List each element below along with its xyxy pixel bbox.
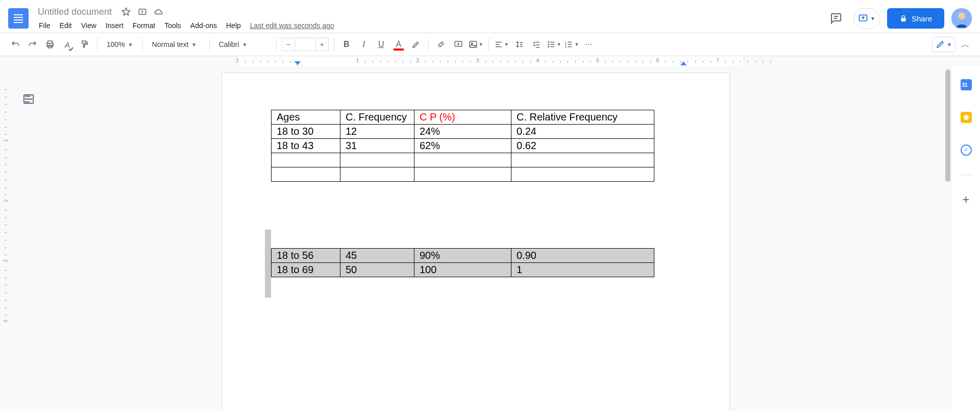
menu-insert[interactable]: Insert [102,19,128,32]
cell-cp[interactable]: 100 [414,263,511,277]
table-row[interactable]: 18 to 56 45 90% 0.90 [272,249,654,263]
cell-ages[interactable]: 18 to 30 [272,125,340,139]
frequency-table[interactable]: Ages C. Frequency C P (%) C. Relative Fr… [271,110,654,182]
divider [960,175,972,175]
table-row[interactable]: 18 to 30 12 24% 0.24 [272,125,654,139]
font-value: Calibri [219,40,239,49]
font-size-stepper: − + [282,38,329,51]
cell-crel[interactable] [511,167,654,182]
numbered-list-button[interactable]: 123▼ [564,37,579,52]
vertical-ruler[interactable]: 1234 [0,65,10,411]
tasks-app-icon[interactable] [956,140,976,160]
cell-ages[interactable] [272,153,340,167]
bold-button[interactable]: B [339,37,354,52]
insert-link-button[interactable] [434,37,448,52]
redo-button[interactable] [26,37,40,52]
cell-cfreq[interactable]: 31 [340,139,414,153]
get-addons-button[interactable]: + [956,189,976,210]
account-avatar[interactable] [951,8,972,29]
cloud-status-icon[interactable] [154,7,164,17]
open-comments-button[interactable] [826,8,846,29]
cell-cfreq[interactable] [340,167,414,182]
table-header-row[interactable]: Ages C. Frequency C P (%) C. Relative Fr… [272,110,654,125]
table-row[interactable]: 18 to 43 31 62% 0.62 [272,139,654,153]
cell-crel[interactable]: 0.24 [511,125,654,139]
italic-button[interactable]: I [357,37,371,52]
horizontal-ruler[interactable]: 11234567 [0,56,980,66]
highlight-button[interactable] [409,37,423,52]
last-edit-link[interactable]: Last edit was seconds ago [250,21,334,30]
spellcheck-button[interactable]: A [60,37,75,52]
header-crel[interactable]: C. Relative Frequency [511,110,654,125]
align-button[interactable]: ▼ [494,37,509,52]
cell-cfreq[interactable]: 45 [340,249,414,263]
svg-rect-10 [82,41,86,43]
star-icon[interactable] [121,7,131,17]
toolbar: A 100%▼ Normal text▼ Calibri▼ − + B I U … [0,33,980,56]
decrease-fontsize-button[interactable]: − [282,38,295,51]
menu-format[interactable]: Format [129,19,159,32]
header-ages[interactable]: Ages [272,110,340,125]
cell-cp[interactable]: 90% [414,249,511,263]
cell-cp[interactable] [414,167,511,182]
cell-ages[interactable]: 18 to 69 [272,263,340,277]
cell-cfreq[interactable]: 50 [340,263,414,277]
editing-mode-button[interactable]: ▼ [932,37,955,52]
show-outline-button[interactable] [18,89,39,109]
cell-crel[interactable]: 0.90 [511,249,654,263]
docs-logo-icon[interactable] [8,8,29,29]
hide-menus-button[interactable]: ︿ [959,36,972,53]
zoom-select[interactable]: 100%▼ [103,37,137,52]
present-button[interactable]: ▼ [853,8,880,29]
cell-ages[interactable]: 18 to 43 [272,139,340,153]
cell-cfreq[interactable] [340,153,414,167]
menu-edit[interactable]: Edit [56,19,76,32]
cell-cp[interactable] [414,153,511,167]
share-button[interactable]: Share [887,8,944,29]
document-page[interactable]: Ages C. Frequency C P (%) C. Relative Fr… [222,72,730,411]
line-spacing-button[interactable] [512,37,526,52]
cell-ages[interactable] [272,167,340,182]
menu-help[interactable]: Help [222,19,245,32]
cell-ages[interactable]: 18 to 56 [272,249,340,263]
frequency-table-selected[interactable]: 18 to 56 45 90% 0.90 18 to 69 50 100 1 [271,248,654,277]
print-button[interactable] [43,37,57,52]
cell-cp[interactable]: 62% [414,139,511,153]
menu-addons[interactable]: Add-ons [186,19,221,32]
cell-crel[interactable]: 0.62 [511,139,654,153]
header-cfreq[interactable]: C. Frequency [340,110,414,125]
font-select[interactable]: Calibri▼ [215,37,271,52]
selection-handle[interactable] [265,230,271,298]
calendar-app-icon[interactable] [956,75,976,95]
paint-format-button[interactable] [78,37,92,52]
table-row[interactable] [272,153,654,167]
more-tools-button[interactable]: ⋯ [582,37,596,52]
keep-app-icon[interactable] [956,107,976,128]
insert-image-button[interactable]: ▼ [469,37,483,52]
text-color-button[interactable]: A [391,37,406,52]
chevron-down-icon: ▼ [870,16,875,21]
cell-cp[interactable]: 24% [414,125,511,139]
undo-button[interactable] [8,37,22,52]
menu-tools[interactable]: Tools [160,19,185,32]
document-title[interactable]: Untitled document [35,6,115,18]
document-workspace: 1234 Ages C. Frequency C P (%) C. Relati… [0,65,951,411]
header-cp[interactable]: C P (%) [414,110,511,125]
cell-crel[interactable] [511,153,654,167]
underline-button[interactable]: U [374,37,388,52]
vertical-scrollbar[interactable] [945,69,950,182]
cell-cfreq[interactable]: 12 [340,125,414,139]
move-icon[interactable] [137,7,148,17]
paragraph-style-select[interactable]: Normal text▼ [148,37,204,52]
bulleted-list-button[interactable]: ▼ [547,37,561,52]
header-actions: ▼ Share [826,8,972,29]
insert-comment-button[interactable] [451,37,465,52]
cell-crel[interactable]: 1 [511,263,654,277]
menu-view[interactable]: View [77,19,101,32]
table-row[interactable]: 18 to 69 50 100 1 [272,263,654,277]
table-row[interactable] [272,167,654,182]
menu-file[interactable]: File [35,19,55,32]
increase-fontsize-button[interactable]: + [315,38,329,51]
font-size-input[interactable] [295,38,315,51]
checklist-button[interactable] [529,37,544,52]
